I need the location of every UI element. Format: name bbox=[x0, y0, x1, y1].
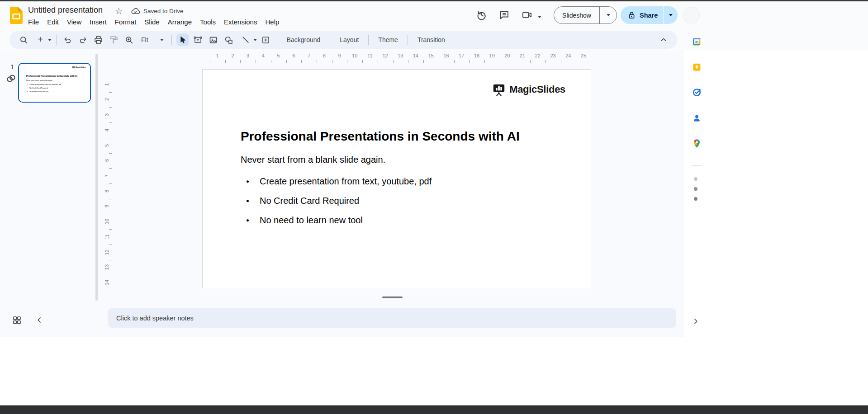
search-menus-icon[interactable] bbox=[17, 33, 30, 46]
bullet-item: Create presentation from text, youtube, … bbox=[27, 83, 61, 86]
toolbar-separator bbox=[368, 35, 369, 45]
share-dropdown[interactable] bbox=[664, 14, 678, 16]
maps-icon[interactable] bbox=[692, 139, 702, 148]
version-history-icon[interactable] bbox=[476, 9, 488, 21]
ruler-mark: 22 bbox=[530, 53, 545, 63]
video-call-icon[interactable] bbox=[521, 9, 533, 21]
text-box-icon[interactable] bbox=[192, 33, 204, 46]
background-button[interactable]: Background bbox=[280, 33, 327, 46]
bullet-item[interactable]: Create presentation from text, youtube, … bbox=[246, 172, 432, 191]
toolbar-separator bbox=[171, 35, 172, 45]
expand-side-panel-icon[interactable] bbox=[691, 317, 700, 326]
zoom-dropdown-icon bbox=[160, 39, 164, 41]
slideshow-label[interactable]: Slideshow bbox=[554, 12, 599, 19]
ruler-mark: 11 bbox=[102, 229, 112, 245]
redo-icon[interactable] bbox=[76, 33, 89, 46]
insert-placeholder-icon[interactable] bbox=[260, 33, 272, 46]
menu-item[interactable]: File bbox=[24, 17, 43, 27]
share-button[interactable]: Share bbox=[621, 6, 678, 24]
rail-dot bbox=[694, 187, 697, 191]
rail-divider bbox=[692, 165, 702, 166]
new-slide-button[interactable]: + bbox=[33, 34, 52, 46]
slide-title[interactable]: Professional Presentations in Seconds wi… bbox=[241, 129, 566, 144]
menu-item[interactable]: Format bbox=[111, 17, 141, 27]
grid-view-icon[interactable] bbox=[12, 315, 22, 325]
slideshow-button[interactable]: Slideshow bbox=[554, 6, 617, 24]
toolbar-separator bbox=[408, 35, 408, 45]
undo-icon[interactable] bbox=[61, 33, 74, 46]
bullet-item[interactable]: No Credit Card Required bbox=[246, 191, 432, 211]
magicslides-logo[interactable]: MagicSlides bbox=[492, 83, 565, 96]
slide-subtitle[interactable]: Never start from a blank slide again. bbox=[241, 155, 512, 165]
ruler-mark: 7 bbox=[102, 168, 112, 183]
slide-thumbnail[interactable]: MagicSlides Professional Presentations i… bbox=[18, 63, 91, 103]
line-dropdown-icon[interactable] bbox=[253, 39, 257, 41]
saved-status-label: Saved to Drive bbox=[143, 8, 184, 14]
plus-icon[interactable]: + bbox=[34, 33, 47, 46]
share-label[interactable]: Share bbox=[640, 12, 658, 19]
ruler-mark: 6 bbox=[286, 53, 301, 63]
menu-item[interactable]: Tools bbox=[196, 17, 220, 27]
insert-line-button[interactable] bbox=[238, 33, 257, 46]
slideshow-dropdown[interactable] bbox=[600, 14, 617, 16]
comment-icon[interactable] bbox=[498, 9, 510, 21]
ruler-mark: 3 bbox=[102, 107, 112, 122]
ruler-mark: 4 bbox=[102, 122, 112, 138]
rail-dot bbox=[694, 177, 697, 181]
ruler-mark: 10 bbox=[102, 214, 112, 229]
paint-format-icon[interactable] bbox=[107, 33, 120, 46]
slide-canvas[interactable]: MagicSlides Professional Presentations i… bbox=[202, 69, 591, 288]
insert-shape-icon[interactable] bbox=[223, 33, 235, 46]
slide-number: 1 bbox=[10, 63, 14, 71]
saved-status[interactable]: Saved to Drive bbox=[131, 6, 184, 16]
bullet-item[interactable]: No need to learn new tool bbox=[246, 211, 432, 230]
new-slide-dropdown-icon[interactable] bbox=[48, 39, 52, 41]
menu-item[interactable]: Slide bbox=[140, 17, 163, 27]
hide-menus-icon[interactable] bbox=[657, 33, 670, 46]
bullet-item: No Credit Card Required bbox=[27, 86, 61, 89]
menu-item[interactable]: View bbox=[63, 17, 85, 27]
layout-button[interactable]: Layout bbox=[333, 33, 365, 46]
ruler-mark: 17 bbox=[454, 53, 469, 63]
slides-app-icon[interactable] bbox=[10, 7, 23, 24]
ruler-mark: 1 bbox=[210, 53, 225, 63]
tasks-icon[interactable] bbox=[692, 88, 702, 97]
line-icon[interactable] bbox=[239, 33, 252, 46]
svg-text:31: 31 bbox=[695, 40, 699, 44]
notes-resize-handle[interactable] bbox=[382, 296, 403, 298]
menu-item[interactable]: Extensions bbox=[220, 17, 261, 27]
bullet-list[interactable]: Create presentation from text, youtube, … bbox=[246, 172, 432, 230]
menu-item[interactable]: Arrange bbox=[164, 17, 196, 27]
toolbar-separator bbox=[277, 35, 277, 45]
bottom-window-edge bbox=[0, 405, 868, 414]
ruler-mark: 19 bbox=[484, 53, 500, 63]
horizontal-ruler: 1234567891011121314151617181920212223242… bbox=[202, 53, 591, 63]
keep-icon[interactable] bbox=[692, 62, 702, 72]
video-call-dropdown-icon[interactable] bbox=[536, 14, 543, 20]
filmstrip-scrollbar[interactable] bbox=[95, 54, 98, 301]
speaker-notes-input[interactable]: Click to add speaker notes bbox=[108, 308, 676, 328]
ruler-mark: 12 bbox=[378, 53, 393, 63]
transition-button[interactable]: Transition bbox=[411, 33, 451, 46]
ruler-mark: 20 bbox=[500, 53, 515, 63]
menu-item[interactable]: Help bbox=[261, 17, 283, 27]
user-avatar[interactable] bbox=[683, 7, 700, 24]
zoom-select[interactable]: Fit bbox=[138, 36, 167, 43]
ruler-mark: 9 bbox=[332, 53, 347, 63]
collapse-filmstrip-icon[interactable] bbox=[35, 315, 44, 325]
contacts-icon[interactable] bbox=[692, 113, 702, 123]
star-icon[interactable]: ☆ bbox=[114, 5, 123, 17]
menu-item[interactable]: Insert bbox=[85, 17, 111, 27]
print-icon[interactable] bbox=[92, 33, 104, 46]
ruler-mark: 14 bbox=[408, 53, 423, 63]
calendar-icon[interactable]: 31 bbox=[692, 37, 702, 47]
document-title[interactable]: Untitled presentation bbox=[28, 5, 103, 15]
zoom-in-icon[interactable] bbox=[123, 33, 135, 46]
theme-button[interactable]: Theme bbox=[372, 33, 404, 46]
ruler-mark: 25 bbox=[576, 53, 591, 63]
menu-item[interactable]: Edit bbox=[43, 17, 63, 27]
insert-image-icon[interactable] bbox=[207, 33, 220, 46]
ruler-mark: 21 bbox=[515, 53, 530, 63]
zoom-value: Fit bbox=[141, 36, 148, 43]
select-tool-icon[interactable] bbox=[176, 33, 189, 46]
